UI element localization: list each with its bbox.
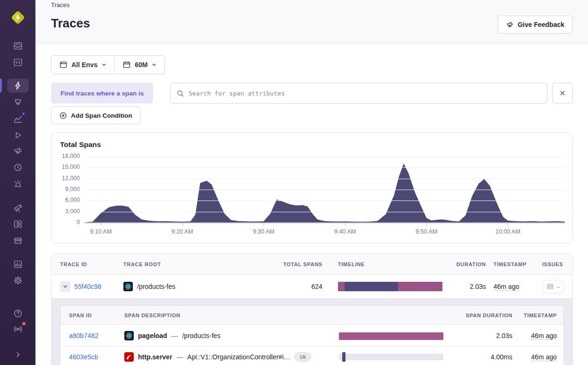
x-axis-label: 9:10 AM — [90, 228, 112, 235]
issues-count-placeholder: – — [556, 283, 560, 290]
close-icon — [559, 89, 566, 97]
active-item-indicator — [0, 78, 2, 93]
separator: — — [171, 332, 178, 339]
x-axis-label: 10:00 AM — [495, 228, 520, 235]
span-duration-bar — [339, 352, 443, 362]
col-duration: DURATION — [436, 261, 486, 267]
col-trace-root: TRACE ROOT — [123, 261, 277, 267]
megaphone-icon — [506, 21, 514, 29]
traces-table-header: TRACE ID TRACE ROOT TOTAL SPANS TIMELINE… — [52, 254, 572, 275]
span-id-link[interactable]: 4603e5cb — [69, 353, 98, 361]
trace-expanded-section: SPAN ID SPAN DESCRIPTION SPAN DURATION T… — [52, 298, 572, 365]
y-axis-label: 12,000 — [52, 175, 80, 182]
trace-timestamp[interactable]: 46m ago — [493, 283, 519, 291]
col-span-duration: SPAN DURATION — [445, 313, 512, 318]
x-axis-label: 9:30 AM — [253, 228, 275, 235]
y-axis-label: 0 — [52, 219, 80, 226]
chevron-down-icon — [101, 62, 107, 68]
issues-icon — [546, 283, 554, 290]
app-root: Traces Traces Give Feedback All Envs — [0, 0, 588, 365]
span-op: pageload — [138, 332, 167, 339]
sidebar-item-discover[interactable] — [12, 202, 24, 214]
span-attributes-search-input[interactable] — [189, 90, 541, 97]
sidebar-item-feedback[interactable] — [12, 146, 24, 157]
span-timestamp[interactable]: 46m ago — [531, 353, 557, 361]
main-content: Traces Traces Give Feedback All Envs — [35, 0, 588, 365]
sidebar-item-settings[interactable] — [12, 275, 24, 286]
span-description: /products-fes — [182, 332, 220, 339]
sidebar-item-performance[interactable] — [12, 113, 24, 124]
col-span-timestamp: TIMESTAMP — [512, 313, 557, 318]
sidebar-item-insights[interactable] — [12, 97, 24, 108]
y-axis-label: 15,000 — [52, 164, 80, 170]
sidebar-collapse-chevron-icon[interactable] — [12, 349, 24, 360]
total-spans-chart-card: Total Spans 03,0006,0009,00012,00015,000… — [51, 132, 573, 243]
calendar-icon — [122, 61, 131, 69]
rails-icon — [124, 352, 134, 362]
y-axis-label: 18,000 — [52, 153, 80, 159]
x-axis-label: 9:40 AM — [334, 228, 356, 235]
trace-issues-button[interactable]: – — [542, 280, 564, 293]
give-feedback-button[interactable]: Give Feedback — [498, 16, 572, 34]
sidebar — [0, 0, 35, 365]
total-spans-value: 624 — [277, 283, 322, 290]
col-span-id: SPAN ID — [69, 313, 124, 318]
sidebar-item-stats[interactable] — [12, 259, 24, 270]
col-trace-id: TRACE ID — [60, 261, 123, 267]
collapse-trace-button[interactable] — [60, 281, 70, 292]
sidebar-item-history[interactable] — [12, 162, 24, 173]
react-icon — [124, 331, 134, 340]
react-icon — [123, 282, 133, 291]
spans-table: SPAN ID SPAN DESCRIPTION SPAN DURATION T… — [60, 305, 564, 365]
environment-filter-label: All Envs — [71, 61, 97, 69]
x-axis-label: 9:50 AM — [415, 228, 437, 235]
traces-table: TRACE ID TRACE ROOT TOTAL SPANS TIMELINE… — [51, 253, 573, 365]
breadcrumb[interactable]: Traces — [51, 1, 69, 9]
trace-row: 55f40c98 /products-fes 624 2.03s 46m ago — [52, 275, 572, 298]
sidebar-item-dashboards[interactable] — [12, 218, 24, 230]
sidebar-item-replays[interactable] — [12, 130, 24, 141]
sidebar-item-releases[interactable] — [12, 235, 24, 246]
sidebar-item-alerts[interactable] — [12, 178, 24, 189]
environment-filter[interactable]: All Envs — [52, 56, 114, 74]
notification-dot-red — [21, 321, 26, 326]
sidebar-item-issues[interactable] — [12, 40, 24, 52]
col-issues: ISSUES — [532, 261, 565, 267]
trace-id-link[interactable]: 55f40c98 — [74, 283, 102, 290]
span-id-link[interactable]: a80b7482 — [69, 332, 98, 339]
col-timestamp: TIMESTAMP — [486, 261, 532, 267]
span-duration-bar — [339, 332, 443, 340]
total-spans-chart: 03,0006,0009,00012,00015,00018,0009:10 A… — [52, 133, 572, 243]
trace-root-label: /products-fes — [137, 283, 175, 290]
separator: — — [176, 353, 183, 361]
sidebar-item-projects[interactable] — [12, 57, 24, 68]
plus-circle-icon — [59, 112, 67, 120]
y-axis-label: 6,000 — [52, 197, 80, 203]
x-axis-label: 9:20 AM — [172, 228, 193, 235]
date-range-filter-label: 60M — [135, 61, 147, 69]
y-axis-label: 9,000 — [52, 186, 80, 192]
sentry-logo[interactable] — [9, 9, 27, 26]
span-row: 4603e5cb http.server — Api::V1::Organiza… — [61, 346, 563, 365]
search-box — [170, 83, 547, 104]
span-description: Api::V1::OrganizationController#i… — [187, 353, 290, 361]
add-span-condition-button[interactable]: Add Span Condition — [51, 106, 140, 124]
clear-search-button[interactable] — [552, 83, 573, 104]
col-total-spans: TOTAL SPANS — [277, 261, 322, 267]
whats-new-broadcast-icon[interactable] — [12, 323, 24, 335]
span-timestamp[interactable]: 46m ago — [531, 332, 557, 340]
search-icon — [176, 89, 184, 97]
trace-timeline-bar — [338, 282, 442, 291]
y-axis-label: 3,000 — [52, 208, 80, 215]
give-feedback-label: Give Feedback — [518, 21, 564, 28]
date-range-filter[interactable]: 60M — [115, 56, 164, 74]
span-op: http.server — [138, 353, 172, 361]
sidebar-item-explore[interactable] — [7, 78, 29, 93]
span-row: a80b7482 pageload — /products-fes — [61, 325, 563, 346]
filter-bar: All Envs 60M — [51, 55, 165, 74]
help-icon[interactable] — [12, 308, 24, 319]
span-bar-track — [339, 354, 443, 360]
page-title: Traces — [51, 16, 90, 31]
notification-dot — [21, 112, 26, 116]
chevron-down-icon — [62, 284, 68, 289]
